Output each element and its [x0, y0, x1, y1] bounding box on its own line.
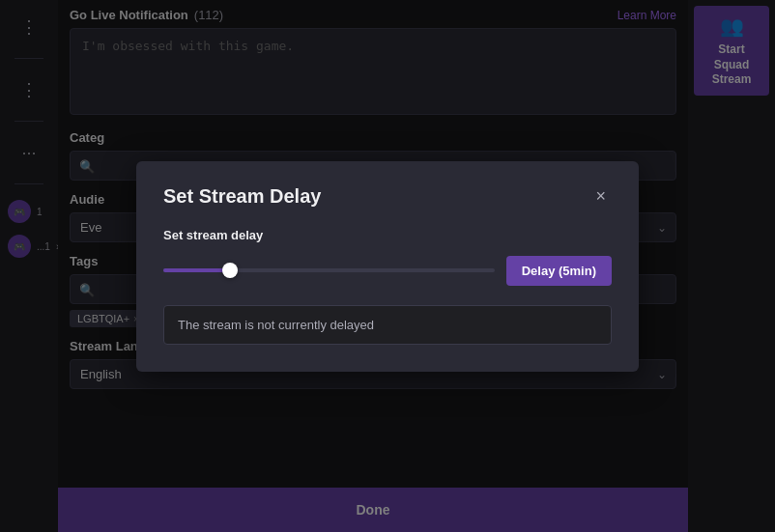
- delay-slider-container[interactable]: [163, 261, 495, 280]
- modal-title: Set Stream Delay: [163, 185, 321, 208]
- modal-header: Set Stream Delay ×: [163, 184, 612, 209]
- delay-button[interactable]: Delay (5min): [506, 256, 612, 286]
- set-stream-delay-modal: Set Stream Delay × Set stream delay Dela…: [136, 161, 639, 372]
- slider-thumb[interactable]: [222, 263, 238, 278]
- modal-close-button[interactable]: ×: [589, 184, 612, 209]
- delay-status-box: The stream is not currently delayed: [163, 305, 612, 345]
- delay-status-text: The stream is not currently delayed: [178, 318, 374, 332]
- delay-label: Set stream delay: [163, 228, 612, 242]
- slider-track: [163, 268, 495, 272]
- slider-fill: [163, 268, 230, 272]
- delay-slider-row: Delay (5min): [163, 256, 612, 286]
